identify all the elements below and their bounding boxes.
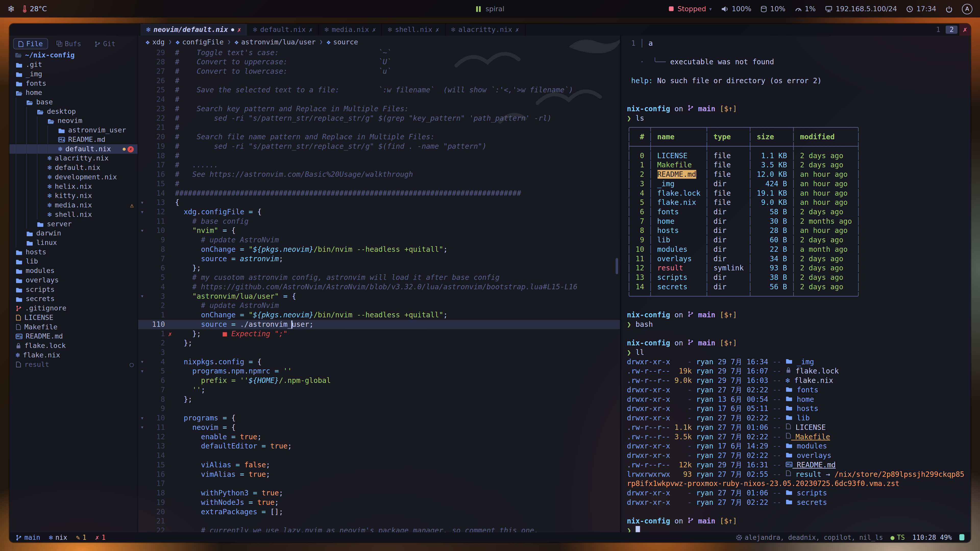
editor-line[interactable]: 29# Toggle text's case: `~` bbox=[138, 48, 620, 58]
topbar-power[interactable] bbox=[945, 5, 953, 12]
tree-item-default.nix[interactable]: ❄default.nix bbox=[16, 163, 138, 172]
topbar-job-status[interactable]: Stopped▾ bbox=[668, 5, 712, 13]
tree-item-.gitignore[interactable]: .gitignore bbox=[16, 303, 138, 313]
editor-line[interactable]: ▾3 "astronvim/lua/user" = { bbox=[138, 292, 620, 301]
fold-chevron-icon[interactable]: ▾ bbox=[138, 207, 146, 217]
editor-line[interactable]: 25# Save the selected text to a file: `:… bbox=[138, 86, 620, 95]
tree-item-default.nix[interactable]: ❄default.nix●✗ bbox=[10, 144, 138, 154]
tree-item-server[interactable]: server bbox=[16, 219, 138, 229]
tree-item-README.md[interactable]: README.md bbox=[16, 332, 138, 341]
editor-line[interactable]: 5 # my cusotom astronvim config, astronv… bbox=[138, 273, 620, 283]
buffer-tab-default.nix[interactable]: ❄default.nix✗ bbox=[247, 24, 319, 36]
terminal-split[interactable]: 1 │ a · ╰── executable was not found hel… bbox=[620, 36, 970, 532]
editor-line[interactable]: 20# Search file name pattern and Replace… bbox=[138, 132, 620, 142]
editor-line[interactable]: 8 }; bbox=[138, 395, 620, 404]
topbar-cpu-usage[interactable]: 1% bbox=[795, 5, 816, 13]
tree-item-README.md[interactable]: README.md bbox=[16, 135, 138, 144]
tree-item-overlays[interactable]: overlays bbox=[16, 275, 138, 285]
editor-line[interactable]: 9 bbox=[138, 404, 620, 413]
tree-item-scripts[interactable]: scripts bbox=[16, 285, 138, 294]
editor-line[interactable]: 7 ''; bbox=[138, 386, 620, 395]
tree-item-desktop[interactable]: desktop bbox=[16, 107, 138, 116]
editor-line[interactable]: 18# bbox=[138, 151, 620, 161]
breadcrumb-item[interactable]: ❖configFile bbox=[176, 38, 224, 46]
editor-line[interactable]: ▾12 xdg.configFile = { bbox=[138, 207, 620, 217]
tree-item-flake.lock[interactable]: flake.lock bbox=[16, 341, 138, 351]
nixos-logo-icon[interactable]: ❄ bbox=[7, 4, 15, 14]
tree-item-astronvim_user[interactable]: astronvim_user bbox=[16, 125, 138, 135]
topbar-temperature[interactable]: 28°C bbox=[22, 5, 47, 13]
editor-line[interactable]: 15 viAlias = false; bbox=[138, 460, 620, 470]
editor-line[interactable]: 1✗ }; ■ Expecting ";" bbox=[138, 329, 620, 339]
editor-line[interactable]: 7 source = astronvim; bbox=[138, 254, 620, 264]
tree-item-media.nix[interactable]: ❄media.nix⚠ bbox=[16, 200, 138, 210]
tree-item-_img[interactable]: _img bbox=[16, 69, 138, 79]
editor-line[interactable]: 6 }; bbox=[138, 264, 620, 273]
breadcrumb-item[interactable]: ❖source bbox=[327, 38, 358, 46]
neotree-tab-file[interactable]: File bbox=[13, 38, 48, 49]
editor-line[interactable]: 14 bbox=[138, 451, 620, 460]
tab-close-icon[interactable]: ✗ bbox=[515, 26, 519, 33]
buffer-tab-shell.nix[interactable]: ❄shell.nix✗ bbox=[382, 24, 445, 36]
editor-line[interactable]: ▾10 programs = { bbox=[138, 413, 620, 423]
editor-line[interactable]: 17# ...... bbox=[138, 160, 620, 170]
editor-line[interactable]: 4 # https://github.com/AstroNvim/AstroNv… bbox=[138, 283, 620, 292]
editor-line[interactable]: 28# Convert to uppercase: `U` bbox=[138, 57, 620, 67]
editor-line[interactable]: 27# Convert to lowercase: `u` bbox=[138, 67, 620, 76]
status-git-branch[interactable]: main bbox=[16, 534, 40, 541]
tree-item-kitty.nix[interactable]: ❄kitty.nix bbox=[16, 191, 138, 200]
editor-line[interactable]: 2 }; bbox=[138, 338, 620, 348]
breadcrumb-item[interactable]: ❖astronvim/lua/user bbox=[234, 38, 316, 46]
tab-close-icon[interactable]: ✗ bbox=[309, 26, 313, 33]
neotree-tab-git[interactable]: Git bbox=[89, 38, 121, 49]
tree-item-hosts[interactable]: hosts bbox=[16, 248, 138, 257]
tree-item-Makefile[interactable]: Makefile bbox=[16, 322, 138, 332]
tree-item-.git[interactable]: .git bbox=[16, 60, 138, 69]
fold-chevron-icon[interactable]: ▾ bbox=[138, 367, 146, 376]
breadcrumb-item[interactable]: ❖xdg bbox=[146, 38, 165, 46]
tree-item-darwin[interactable]: darwin bbox=[16, 229, 138, 238]
editor-line[interactable]: 21# bbox=[138, 123, 620, 132]
fold-chevron-icon[interactable]: ▾ bbox=[138, 357, 146, 367]
buffer-tab-alacritty.nix[interactable]: ❄alacritty.nix✗ bbox=[445, 24, 525, 36]
editor-line[interactable]: 13 defaultEditor = true; bbox=[138, 441, 620, 451]
tree-item-alacritty.nix[interactable]: ❄alacritty.nix bbox=[16, 154, 138, 163]
editor-line[interactable]: 15# bbox=[138, 179, 620, 189]
tree-item-result[interactable]: result○ bbox=[16, 360, 138, 369]
editor-line[interactable]: 8 onChange = "${pkgs.neovim}/bin/nvim --… bbox=[138, 245, 620, 254]
tree-item-LICENSE[interactable]: LICENSE bbox=[16, 313, 138, 322]
editor-line[interactable]: 19 withNodeJs = true; bbox=[138, 498, 620, 507]
editor-line[interactable]: 22 # currently we use lazy.nvim as neovi… bbox=[138, 526, 620, 532]
tree-root[interactable]: ~/nix-config bbox=[10, 50, 138, 60]
tree-item-home[interactable]: home bbox=[16, 88, 138, 97]
tree-item-lib[interactable]: lib bbox=[16, 257, 138, 266]
scrollbar-thumb[interactable] bbox=[616, 258, 618, 274]
editor-line[interactable]: 6 prefix = ''${HOME}/.npm-global bbox=[138, 376, 620, 386]
topbar-disk-usage[interactable]: 10% bbox=[761, 5, 786, 13]
tree-item-flake.nix[interactable]: ❄flake.nix bbox=[16, 351, 138, 360]
tree-item-helix.nix[interactable]: ❄helix.nix bbox=[16, 182, 138, 191]
editor-line[interactable]: 14######################################… bbox=[138, 189, 620, 198]
editor-line[interactable]: 16# See https://astronvim.com/Basic%20Us… bbox=[138, 170, 620, 179]
tree-item-modules[interactable]: modules bbox=[16, 266, 138, 275]
editor-line[interactable]: 12 enable = true; bbox=[138, 432, 620, 442]
editor-line[interactable]: ▾5 programs.npm.npmrc = '' bbox=[138, 367, 620, 376]
editor-line[interactable]: 11 # base config bbox=[138, 217, 620, 226]
fold-chevron-icon[interactable]: ▾ bbox=[138, 198, 146, 207]
editor-code[interactable]: 29# Toggle text's case: `~`28# Convert t… bbox=[138, 48, 620, 532]
editor-line[interactable]: ▾13{ bbox=[138, 198, 620, 207]
tab-close-icon[interactable]: ✗ bbox=[237, 26, 241, 33]
tree-item-neovim[interactable]: neovim bbox=[16, 116, 138, 126]
fold-chevron-icon[interactable]: ▾ bbox=[138, 226, 146, 236]
editor-line[interactable]: 22# sed -ri "s/pattern_str/replace_str/g… bbox=[138, 114, 620, 123]
editor-line[interactable]: 1 onChange = "${pkgs.neovim}/bin/nvim --… bbox=[138, 310, 620, 320]
editor-line[interactable]: 20 extraPackages = []; bbox=[138, 507, 620, 517]
editor-line[interactable]: ▾10 "nvim" = { bbox=[138, 226, 620, 236]
editor-line[interactable]: 9 # update AstroNvim bbox=[138, 235, 620, 245]
editor-line[interactable]: ▾11 neovim = { bbox=[138, 423, 620, 432]
tree-item-linux[interactable]: linux bbox=[16, 238, 138, 248]
editor-line[interactable]: 24# bbox=[138, 95, 620, 104]
tab-close-icon[interactable]: ✗ bbox=[372, 26, 376, 33]
tree-item-development.nix[interactable]: ❄development.nix bbox=[16, 172, 138, 182]
editor-line[interactable]: 23# Search key pattern and Replace in Mu… bbox=[138, 104, 620, 114]
